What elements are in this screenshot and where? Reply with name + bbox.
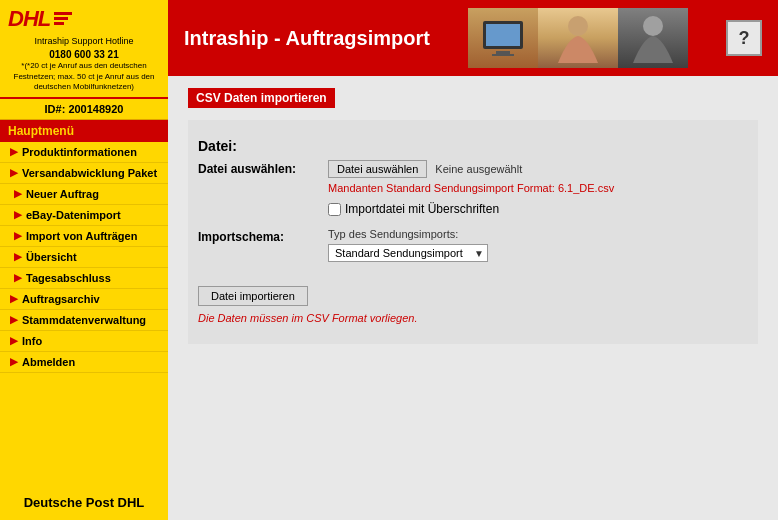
dhl-line-3 [54, 22, 64, 25]
help-button[interactable]: ? [726, 20, 762, 56]
dhl-logo-lines [54, 12, 72, 27]
sidebar-item-abmelden[interactable]: ▶ Abmelden [0, 352, 168, 373]
support-line2: 0180 600 33 21 [8, 48, 160, 62]
importschema-label: Importschema: [198, 228, 328, 244]
deutsche-post-label: Deutsche Post DHL [24, 495, 145, 510]
sidebar-item-label: Auftragsarchiv [22, 293, 100, 305]
svg-rect-2 [496, 51, 510, 54]
arrow-icon: ▶ [10, 293, 18, 304]
csv-section-title: CSV Daten importieren [188, 88, 335, 108]
import-checkbox-label: Importdatei mit Überschriften [345, 202, 499, 216]
datei-auswahl-label: Datei auswählen: [198, 160, 328, 176]
sidebar-item-uebersicht[interactable]: ▶ Übersicht [0, 247, 168, 268]
datei-auswahl-controls: Datei auswählen Keine ausgewählt Mandant… [328, 160, 614, 216]
support-line1: Intraship Support Hotline [8, 36, 160, 48]
sidebar-bottom: Deutsche Post DHL [0, 373, 168, 520]
bottom-section: Datei importieren Die Daten müssen im CS… [188, 266, 758, 334]
checkbox-row: Importdatei mit Überschriften [328, 202, 614, 216]
svg-rect-1 [486, 24, 520, 46]
screen-icon [478, 13, 528, 63]
hauptmenu-header: Hauptmenü [0, 120, 168, 142]
sidebar-item-auftragsarchiv[interactable]: ▶ Auftragsarchiv [0, 289, 168, 310]
person2-icon [618, 8, 688, 68]
sidebar-item-label: Produktinformationen [22, 146, 137, 158]
datei-auswahl-row: Datei auswählen: Datei auswählen Keine a… [188, 160, 758, 220]
svg-rect-3 [492, 54, 514, 56]
sidebar-item-label: Neuer Auftrag [26, 188, 99, 200]
sidebar-item-produktinformationen[interactable]: ▶ Produktinformationen [0, 142, 168, 163]
logo: DHL [8, 6, 160, 32]
page-title: Intraship - Auftragsimport [184, 27, 430, 50]
sidebar-item-neuer-auftrag[interactable]: ▶ Neuer Auftrag [0, 184, 168, 205]
sidebar-item-label: Übersicht [26, 251, 77, 263]
arrow-icon: ▶ [14, 188, 22, 199]
section-title: CSV Daten importieren [188, 88, 758, 120]
keine-ausgewaehlt-text: Keine ausgewählt [435, 163, 522, 175]
datei-title: Datei: [188, 130, 758, 160]
support-hotline: Intraship Support Hotline 0180 600 33 21… [8, 36, 160, 93]
support-line3: *(*20 ct je Anruf aus den deutschen Fest… [8, 61, 160, 92]
arrow-icon: ▶ [10, 335, 18, 346]
sidebar-item-ebay[interactable]: ▶ eBay-Datenimport [0, 205, 168, 226]
import-checkbox[interactable] [328, 203, 341, 216]
sidebar-item-label: Import von Aufträgen [26, 230, 137, 242]
importschema-controls: Typ des Sendungsimports: Standard Sendun… [328, 228, 488, 262]
typ-label: Typ des Sendungsimports: [328, 228, 488, 240]
sidebar-item-info[interactable]: ▶ Info [0, 331, 168, 352]
arrow-icon: ▶ [14, 272, 22, 283]
sidebar-item-stammdaten[interactable]: ▶ Stammdatenverwaltung [0, 310, 168, 331]
arrow-icon: ▶ [10, 146, 18, 157]
datei-btn-row: Datei auswählen Keine ausgewählt [328, 160, 614, 178]
arrow-icon: ▶ [10, 314, 18, 325]
arrow-icon: ▶ [10, 167, 18, 178]
arrow-icon: ▶ [14, 230, 22, 241]
hinweis-highlight: im CSV Format vorliegen. [292, 312, 418, 324]
sidebar-item-tagesabschluss[interactable]: ▶ Tagesabschluss [0, 268, 168, 289]
arrow-icon: ▶ [14, 251, 22, 262]
hinweis-text: Die Daten müssen im CSV Format vorliegen… [198, 312, 748, 324]
arrow-icon: ▶ [14, 209, 22, 220]
sidebar-item-label: Abmelden [22, 356, 75, 368]
hinweis-normal: Die Daten müssen [198, 312, 292, 324]
user-id: ID#: 200148920 [0, 99, 168, 120]
header-img-block3 [618, 8, 688, 68]
person-icon [538, 8, 618, 68]
sidebar: DHL Intraship Support Hotline 0180 600 3… [0, 0, 168, 520]
sidebar-item-versandabwicklung[interactable]: ▶ Versandabwicklung Paket [0, 163, 168, 184]
header-image [468, 8, 688, 68]
sidebar-item-label: Stammdatenverwaltung [22, 314, 146, 326]
datei-importieren-button[interactable]: Datei importieren [198, 286, 308, 306]
sidebar-item-import-auftraege[interactable]: ▶ Import von Aufträgen [0, 226, 168, 247]
logo-area: DHL Intraship Support Hotline 0180 600 3… [0, 0, 168, 99]
sidebar-item-label: Info [22, 335, 42, 347]
content-area: CSV Daten importieren Datei: Datei auswä… [168, 76, 778, 520]
mandanten-text: Mandanten Standard Sendungsimport Format… [328, 182, 614, 194]
sendungsimport-select[interactable]: Standard Sendungsimport [328, 244, 488, 262]
form-container: Datei: Datei auswählen: Datei auswählen … [188, 120, 758, 344]
svg-point-4 [568, 16, 588, 36]
svg-point-5 [643, 16, 663, 36]
dhl-logo-text: DHL [8, 6, 50, 32]
main-content: Intraship - Auftragsimport [168, 0, 778, 520]
dhl-line-1 [54, 12, 72, 15]
header-banner: Intraship - Auftragsimport [168, 0, 778, 76]
dhl-line-2 [54, 17, 68, 20]
importschema-row: Importschema: Typ des Sendungsimports: S… [188, 220, 758, 266]
header-img-block2 [538, 8, 618, 68]
arrow-icon: ▶ [10, 356, 18, 367]
sidebar-item-label: eBay-Datenimport [26, 209, 121, 221]
select-wrapper: Standard Sendungsimport ▼ [328, 244, 488, 262]
datei-auswahl-button[interactable]: Datei auswählen [328, 160, 427, 178]
sidebar-item-label: Tagesabschluss [26, 272, 111, 284]
sidebar-item-label: Versandabwicklung Paket [22, 167, 157, 179]
header-img-block1 [468, 8, 538, 68]
